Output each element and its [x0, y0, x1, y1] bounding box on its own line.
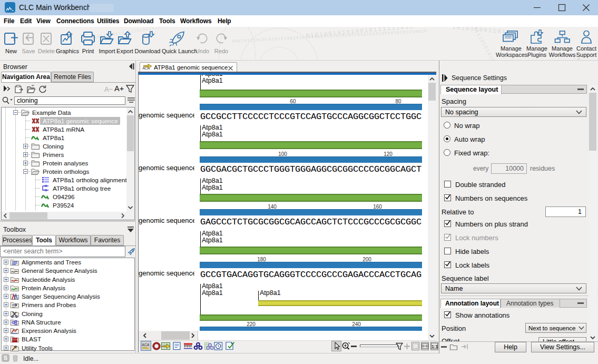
svg-text:ACA: ACA	[142, 343, 150, 347]
